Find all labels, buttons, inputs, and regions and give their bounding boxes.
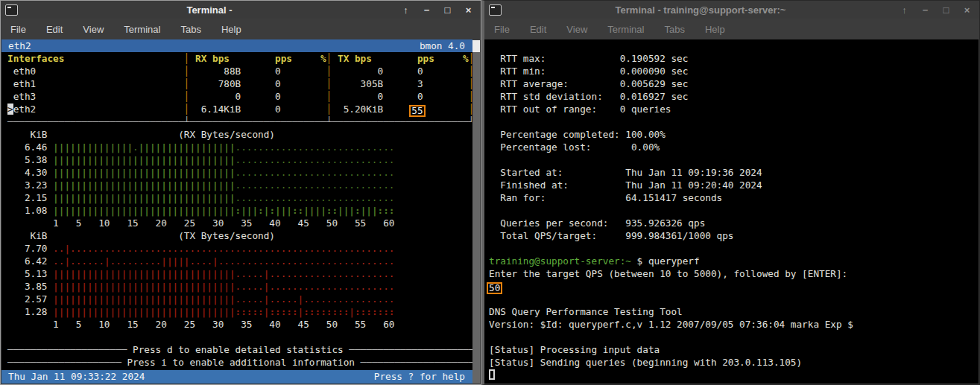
bmon-help-hint: Press ? for help bbox=[374, 370, 465, 384]
terminal-line: [Status] Processing input data bbox=[484, 343, 979, 356]
menu-edit[interactable]: Edit bbox=[46, 24, 63, 35]
terminal-line: 7.70 ..|................................… bbox=[1, 242, 472, 255]
shade-button[interactable]: ↑ bbox=[900, 4, 909, 16]
right-titlebar[interactable]: Terminal - training@support-server:~ ↑ −… bbox=[484, 1, 979, 19]
terminal-line: Started at: Thu Jan 11 09:19:36 2024 bbox=[484, 166, 979, 179]
terminal-app-icon bbox=[5, 4, 18, 16]
left-window-title: Terminal - bbox=[18, 4, 401, 16]
terminal-line: DNS Query Performance Testing Tool bbox=[484, 305, 979, 318]
menu-tabs[interactable]: Tabs bbox=[664, 24, 684, 35]
terminal-line bbox=[484, 242, 979, 255]
terminal-line: KiB (TX Bytes/second) bbox=[1, 229, 472, 242]
terminal-line: [Status] Sending queries (beginning with… bbox=[484, 356, 979, 369]
terminal-line: RTT max: 0.190592 sec bbox=[484, 52, 979, 65]
right-window-title: Terminal - training@support-server:~ bbox=[502, 4, 900, 16]
terminal-app-icon bbox=[489, 4, 502, 16]
terminal-line: training@support-server:~ $ queryperf bbox=[484, 255, 979, 267]
desktop: { "colors": { "bmon_header_blue": "#3465… bbox=[0, 0, 980, 385]
terminal-line: Percentage lost: 0.00% bbox=[484, 141, 979, 153]
left-menubar: File Edit View Terminal Tabs Help bbox=[1, 19, 481, 39]
close-button[interactable]: × bbox=[464, 4, 473, 16]
terminal-line: eth3 │ 0 0 │ 0 0 │ bbox=[1, 90, 472, 103]
terminal-line: Finished at: Thu Jan 11 09:20:40 2024 bbox=[484, 179, 979, 191]
terminal-line: RTT min: 0.000090 sec bbox=[484, 65, 979, 77]
terminal-line: Ran for: 64.151417 seconds bbox=[484, 191, 979, 204]
menu-view[interactable]: View bbox=[83, 24, 104, 35]
menu-help[interactable]: Help bbox=[705, 24, 725, 35]
terminal-line bbox=[484, 293, 979, 305]
maximize-button[interactable]: □ bbox=[941, 4, 951, 16]
bmon-clock: Thu Jan 11 09:33:22 2024 bbox=[8, 370, 145, 384]
right-menubar: File Edit View Terminal Tabs Help bbox=[484, 19, 979, 39]
menu-help[interactable]: Help bbox=[221, 24, 241, 35]
terminal-line: Enter the target QPS (between 10 to 5000… bbox=[484, 267, 979, 280]
terminal-line: >eth2 │ 6.14KiB 0 │ 5.20KiB 55 │ bbox=[1, 103, 472, 115]
bmon-topbar: eth2 bmon 4.0 bbox=[1, 39, 472, 52]
menu-terminal[interactable]: Terminal bbox=[607, 24, 644, 35]
terminal-line: 1.08 ||||||||||||||||||||||||||||||||:||… bbox=[1, 204, 472, 217]
terminal-line: 50 bbox=[484, 280, 979, 293]
terminal-line: 6.42 ..|......|.........|||||....|......… bbox=[1, 255, 472, 267]
left-window-controls: ↑ − □ × bbox=[401, 4, 473, 16]
menu-terminal[interactable]: Terminal bbox=[124, 24, 160, 35]
terminal-line: ───────────────────── Press d to enable … bbox=[1, 343, 472, 356]
terminal-line bbox=[484, 39, 979, 52]
menu-file[interactable]: File bbox=[494, 24, 510, 35]
left-terminal-body[interactable]: eth2 bmon 4.0 Interfaces │ RX bps pps %│… bbox=[1, 39, 472, 384]
terminal-line: eth1 │ 780B 0 │ 305B 3 │ bbox=[1, 77, 472, 90]
bmon-version: bmon 4.0 bbox=[420, 39, 465, 52]
terminal-line: RTT average: 0.005629 sec bbox=[484, 77, 979, 90]
terminal-line: 1 5 10 15 20 25 30 35 40 45 50 55 60 bbox=[1, 217, 472, 229]
bmon-selected-interface: eth2 bbox=[8, 39, 31, 52]
terminal-line: Version: $Id: queryperf.c,v 1.12 2007/09… bbox=[484, 318, 979, 331]
terminal-line: KiB (RX Bytes/second) bbox=[1, 128, 472, 141]
maximize-button[interactable]: □ bbox=[443, 4, 452, 16]
terminal-line: Interfaces │ RX bps pps %│ TX bps pps %│ bbox=[1, 52, 472, 65]
text-cursor bbox=[489, 369, 495, 380]
terminal-line: 1 5 10 15 20 25 30 35 40 45 50 55 60 bbox=[1, 318, 472, 331]
terminal-line bbox=[484, 204, 979, 217]
terminal-line: 3.23 ||||||||||||||||||||||||||||||||...… bbox=[1, 179, 472, 191]
terminal-line: 4.30 ||||||||||||||||||||||||||||||||...… bbox=[1, 166, 472, 179]
terminal-line bbox=[484, 369, 979, 381]
terminal-line: 2.15 ||||||||||||||||||||||||||||||||...… bbox=[1, 191, 472, 204]
terminal-line: 3.85 ||||||||||||||||||||||||||||||||...… bbox=[1, 280, 472, 293]
terminal-line: Percentage completed: 100.00% bbox=[484, 128, 979, 141]
queryperf-output: RTT max: 0.190592 sec RTT min: 0.000090 … bbox=[484, 39, 979, 381]
terminal-line bbox=[484, 115, 979, 128]
terminal-line: 6.46 ||||||||||||||.|||||||||||||||||...… bbox=[1, 141, 472, 153]
left-scrollbar[interactable] bbox=[472, 40, 480, 384]
menu-file[interactable]: File bbox=[10, 24, 26, 35]
minimize-button[interactable]: − bbox=[920, 4, 930, 16]
left-terminal-window: Terminal - ↑ − □ × File Edit View Termin… bbox=[0, 0, 481, 385]
close-button[interactable]: × bbox=[962, 4, 972, 16]
terminal-line: RTT std deviation: 0.016927 sec bbox=[484, 90, 979, 103]
menu-edit[interactable]: Edit bbox=[530, 24, 546, 35]
bmon-output: Interfaces │ RX bps pps %│ TX bps pps %│… bbox=[1, 52, 472, 369]
terminal-line bbox=[1, 331, 472, 343]
menu-tabs[interactable]: Tabs bbox=[180, 24, 200, 35]
terminal-line: Queries per second: 935.926326 qps bbox=[484, 217, 979, 229]
left-scrollbar-thumb[interactable] bbox=[472, 40, 480, 52]
right-terminal-window: Terminal - training@support-server:~ ↑ −… bbox=[481, 0, 980, 385]
terminal-line: 2.57 ||||||||||||||||||||||||||||||||...… bbox=[1, 293, 472, 305]
terminal-line: ──────────────────── Press i to enable a… bbox=[1, 356, 472, 369]
terminal-line bbox=[484, 153, 979, 166]
bmon-statusbar: Thu Jan 11 09:33:22 2024 Press ? for hel… bbox=[1, 370, 472, 384]
terminal-line: 5.13 ||||||||||||||||||||||||||||||||...… bbox=[1, 267, 472, 280]
terminal-line: Total QPS/target: 999.984361/1000 qps bbox=[484, 229, 979, 242]
terminal-line: eth0 │ 88B 0 │ 0 0 │ bbox=[1, 65, 472, 77]
terminal-line: 1.28 ||||||||||||||||||||||||||||||||:::… bbox=[1, 305, 472, 318]
terminal-line: RTT out of range: 0 queries bbox=[484, 103, 979, 115]
minimize-button[interactable]: − bbox=[422, 4, 431, 16]
shade-button[interactable]: ↑ bbox=[401, 4, 411, 16]
right-terminal-body[interactable]: RTT max: 0.190592 sec RTT min: 0.000090 … bbox=[484, 39, 979, 384]
right-window-controls: ↑ − □ × bbox=[900, 4, 972, 16]
left-titlebar[interactable]: Terminal - ↑ − □ × bbox=[1, 1, 481, 19]
menu-view[interactable]: View bbox=[566, 24, 587, 35]
terminal-line bbox=[484, 331, 979, 343]
terminal-line: ───────────────────────────────┴────────… bbox=[1, 115, 472, 128]
terminal-line: 5.38 ||||||||||||||||||||||||||||||||...… bbox=[1, 153, 472, 166]
